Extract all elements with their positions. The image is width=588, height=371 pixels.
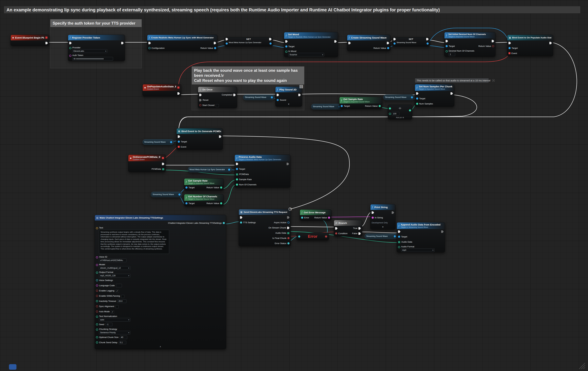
set-num-samples-per-chunk-header[interactable]: ƒSet Num Samples Per ChunkTarget is Impo…	[415, 84, 454, 91]
exec-out-pin[interactable]	[441, 231, 444, 233]
target-pin[interactable]	[236, 168, 238, 170]
streaming-sound-wave-pin[interactable]	[271, 96, 273, 99]
set-mood[interactable]: ƒSet MoodTarget is Realistic Meta Human …	[284, 32, 338, 57]
print-string[interactable]: ƒPrint StringIn StringDevelopment Only▼	[370, 204, 395, 230]
get-number-of-channels-header[interactable]: ƒGet Number Of ChannelsTarget is Importe…	[184, 194, 223, 201]
on-generate-pcmdata-event-header[interactable]: ◆OnGeneratePCMData_EventCustom Event	[128, 155, 166, 161]
make-chatbot-integrator-elevenlabs-streaming-ttssettings-header[interactable]: ▤Make Chatbot Integrator Eleven Labs Str…	[95, 215, 226, 221]
send-elevenlabs-streaming-tts-request[interactable]: ▦Send ElevenLabs Streaming TTS Request◷T…	[239, 209, 291, 246]
set-mood-metahuman-lipsync-generator-header[interactable]: SET	[224, 37, 273, 41]
create-realistic-metahuman-lipsync-with-mood-generator[interactable]: ƒCreate Realistic Meta Human Lip Sync wi…	[147, 35, 218, 51]
divisor-input[interactable]: 100	[392, 112, 399, 116]
model-pin[interactable]	[96, 264, 98, 266]
streaming-sound-wave-pin[interactable]	[170, 141, 172, 143]
exec-out-pin[interactable]	[45, 42, 48, 44]
target-pin[interactable]	[178, 140, 180, 143]
register-provider-token[interactable]: ƒRegister Provider TokenProviderElevenLa…	[68, 35, 125, 61]
divisor-pin[interactable]	[389, 113, 391, 115]
exec-out-pin[interactable]	[298, 94, 301, 96]
do-once-header[interactable]: ◇Do Once	[198, 87, 237, 92]
exec-out-pin[interactable]	[121, 42, 124, 44]
exec-in-pin[interactable]	[240, 216, 242, 219]
start-closed-pin[interactable]	[199, 104, 201, 106]
var-streaming-sound-wave-1[interactable]: Streaming Sound Wave	[243, 95, 274, 100]
streaming-sound-wave-pin[interactable]	[394, 235, 396, 237]
provider-pin[interactable]	[69, 47, 71, 49]
output-format-pin[interactable]	[96, 271, 98, 274]
append-audio-data-from-encoded-header[interactable]: ƒAppend Audio Data from EncodedTarget is…	[397, 222, 445, 229]
language-code-input[interactable]	[116, 284, 122, 287]
language-code-pin[interactable]	[96, 284, 98, 287]
delegate-pin[interactable]	[45, 36, 48, 39]
register-provider-token-header[interactable]: ƒRegister Provider Token	[68, 35, 125, 40]
audio-data-pin[interactable]: ▦	[287, 232, 290, 235]
var-streaming-sound-wave-2[interactable]: Streaming Sound Wave	[311, 104, 342, 109]
set-initial-desired-num-of-channels-header[interactable]: ƒSet Initial Desired Num Of ChannelsTarg…	[444, 32, 495, 38]
create-streaming-sound-wave-header[interactable]: ƒCreate Streaming Sound Wave	[347, 35, 390, 40]
exec-in-pin[interactable]	[226, 38, 228, 40]
model-select[interactable]: eleven_multilingual_v2▾	[99, 266, 130, 270]
add-pin-button[interactable]: Add pin ⊕	[388, 117, 412, 119]
error-pin[interactable]	[301, 217, 303, 219]
get-number-of-channels[interactable]: ƒGet Number Of ChannelsTarget is Importe…	[184, 194, 223, 206]
in-mood-pin[interactable]	[285, 50, 287, 53]
bind-event-to-on-generate-pcmdata-header[interactable]: ▦Bind Event to On Generate PCMData	[177, 128, 222, 134]
exec-out-pin[interactable]	[426, 38, 429, 40]
audio-format-select[interactable]: mp3▾	[401, 248, 434, 252]
on-generate-pcmdata-event[interactable]: ◆OnGeneratePCMData_EventCustom EventPCMD…	[128, 155, 166, 172]
optimal-chunk-size-pin[interactable]	[96, 336, 98, 338]
exec-out-pin[interactable]	[549, 42, 552, 44]
output-format-select[interactable]: mp3_44100_128▾	[99, 274, 130, 277]
start-closed-checkbox[interactable]	[216, 104, 219, 107]
branch-header[interactable]: ⇄Branch	[334, 220, 362, 226]
on-populate-audio-state-event-header[interactable]: ◆OnPopulateAudioState_EventCustom Event	[143, 84, 181, 91]
text-normalization-select[interactable]: auto▾	[99, 318, 130, 321]
streaming-sound-wave-pin[interactable]	[178, 193, 180, 196]
text-pin[interactable]	[96, 227, 98, 229]
optimal-chunk-size-input[interactable]: 40	[120, 336, 127, 339]
exec-in-pin[interactable]	[178, 135, 180, 138]
chunk-send-delay-input[interactable]: 0.1	[119, 341, 126, 344]
exec-out-pin[interactable]	[492, 40, 494, 42]
chatbot-integrator-eleven-labs-streaming-ttssettings-pin[interactable]	[223, 222, 225, 224]
pcmdata-pin[interactable]: ▦	[236, 173, 238, 177]
exec-out-pin[interactable]	[162, 163, 164, 165]
streaming-sound-wave-out-pin[interactable]	[427, 42, 429, 45]
bind-event-to-on-generate-pcmdata[interactable]: ▦Bind Event to On Generate PCMDataTarget…	[177, 128, 223, 150]
set-streaming-sound-wave-header[interactable]: SET	[392, 37, 430, 41]
set-initial-desired-num-of-channels[interactable]: ƒSet Initial Desired Num Of ChannelsTarg…	[444, 32, 495, 57]
exec-out-pin[interactable]	[269, 38, 272, 40]
enable-ssmlparsing-checkbox[interactable]	[121, 295, 124, 298]
var-streaming-sound-wave-6[interactable]: Streaming Sound Wave	[365, 233, 398, 239]
sound-pin[interactable]	[277, 99, 279, 101]
reset-pin[interactable]	[199, 99, 202, 101]
configuration-pin[interactable]	[148, 47, 151, 49]
mood-meta-human-lip-sync-generator-out-pin[interactable]	[270, 42, 272, 45]
inactivity-timeout-pin[interactable]	[96, 300, 98, 302]
exec-in-pin[interactable]	[199, 94, 202, 96]
set-mood-metahuman-lipsync-generator[interactable]: SETMood Meta Human Lip Sync Generator	[224, 37, 273, 46]
chunking-strategy-pin[interactable]	[96, 329, 98, 331]
audio-format-pin[interactable]	[398, 246, 400, 248]
auto-mode-checkbox[interactable]: ✓	[111, 311, 114, 314]
mood-meta-human-lip-sync-generator-pin[interactable]	[228, 169, 230, 171]
collapse-toggle[interactable]: ∧	[95, 345, 226, 349]
divide[interactable]: 100÷Add pin ⊕	[388, 105, 412, 119]
do-once[interactable]: ◇Do OnceCompletedResetStart Closed	[198, 87, 237, 108]
result-pin[interactable]	[409, 109, 411, 111]
in-mood-select[interactable]: Surprise▾	[288, 53, 324, 56]
auth-token-pin[interactable]	[69, 55, 71, 57]
var-mood-metahuman-lipsync-generator[interactable]: Mood Meta Human Lip Sync Generator	[188, 167, 232, 172]
sync-alignment-pin[interactable]	[96, 305, 98, 307]
reroute-out-pin[interactable]	[325, 235, 327, 238]
streaming-sound-wave-in-pin[interactable]	[393, 42, 396, 45]
inactivity-timeout-input[interactable]: 20.0	[117, 299, 126, 303]
get-sample-rate-2-header[interactable]: ƒGet Sample RateTarget is Imported Sound…	[184, 179, 223, 185]
return-value-pin[interactable]	[492, 45, 494, 47]
target-pin[interactable]	[398, 236, 400, 238]
num-of-channels-pin[interactable]	[236, 183, 238, 186]
enable-ssmlparsing-pin[interactable]	[96, 295, 98, 297]
exec-out-pin[interactable]	[219, 135, 221, 138]
append-audio-data-from-encoded[interactable]: ƒAppend Audio Data from EncodedTarget is…	[397, 222, 445, 252]
exec-in-pin[interactable]	[398, 231, 400, 233]
